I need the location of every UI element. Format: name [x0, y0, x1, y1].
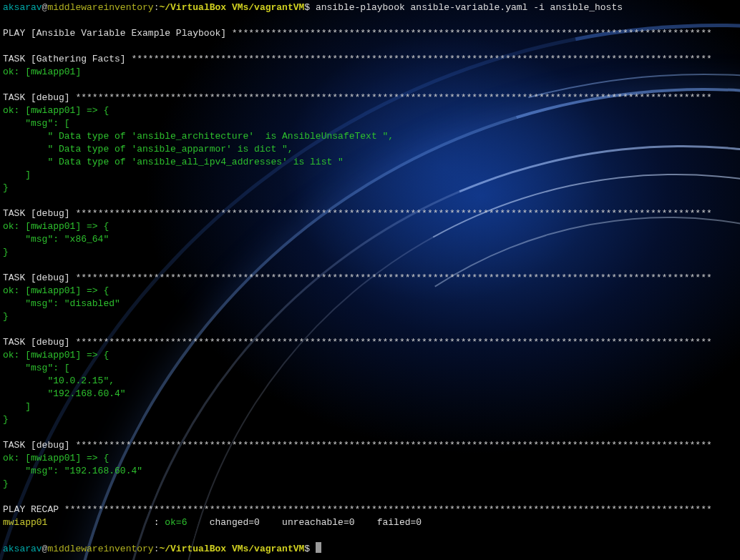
- task-body-line: " Data type of 'ansible_all_ipv4_address…: [3, 156, 737, 169]
- recap-line: mwiapp01 : ok=6 changed=0 unreachable=0 …: [3, 516, 737, 529]
- task-header: TASK [Gathering Facts] *****************…: [3, 53, 737, 66]
- task-ok: ok: [mwiapp01] => {: [3, 104, 737, 117]
- prompt-line[interactable]: aksarav@middlewareinventory:~/VirtualBox…: [3, 1, 737, 14]
- prompt-line-idle[interactable]: aksarav@middlewareinventory:~/VirtualBox…: [3, 542, 737, 556]
- task-body-line: }: [3, 182, 737, 195]
- task-header: TASK [debug] ***************************…: [3, 92, 737, 104]
- task-header: TASK [debug] ***************************…: [3, 207, 737, 220]
- task-body-line: }: [3, 246, 737, 259]
- play-header: PLAY [Ansible Variable Example Playbook]…: [3, 27, 737, 40]
- task-body-line: }: [3, 413, 737, 426]
- task-body-line: ]: [3, 169, 737, 182]
- task-body-line: "msg": "x86_64": [3, 233, 737, 246]
- task-body-line: " Data type of 'ansible_apparmor' is dic…: [3, 143, 737, 156]
- recap-header: PLAY RECAP *****************************…: [3, 503, 737, 516]
- task-ok: ok: [mwiapp01] => {: [3, 285, 737, 298]
- task-body-line: }: [3, 478, 737, 491]
- task-body-line: " Data type of 'ansible_architecture' is…: [3, 130, 737, 143]
- task-body-line: ]: [3, 401, 737, 413]
- task-body-line: "msg": "192.168.60.4": [3, 465, 737, 478]
- task-body-line: "msg": [: [3, 117, 737, 130]
- task-ok: ok: [mwiapp01] => {: [3, 349, 737, 362]
- task-header: TASK [debug] ***************************…: [3, 336, 737, 349]
- task-body-line: }: [3, 310, 737, 323]
- task-body-line: "10.0.2.15",: [3, 375, 737, 388]
- task-header: TASK [debug] ***************************…: [3, 439, 737, 452]
- task-body-line: "msg": "disabled": [3, 298, 737, 310]
- task-ok: ok: [mwiapp01] => {: [3, 220, 737, 233]
- task-ok: ok: [mwiapp01] => {: [3, 452, 737, 465]
- task-ok: ok: [mwiapp01]: [3, 66, 737, 79]
- task-header: TASK [debug] ***************************…: [3, 272, 737, 285]
- task-body-line: "192.168.60.4": [3, 388, 737, 401]
- task-body-line: "msg": [: [3, 362, 737, 375]
- terminal-output[interactable]: aksarav@middlewareinventory:~/VirtualBox…: [0, 0, 740, 557]
- cursor: [316, 542, 321, 553]
